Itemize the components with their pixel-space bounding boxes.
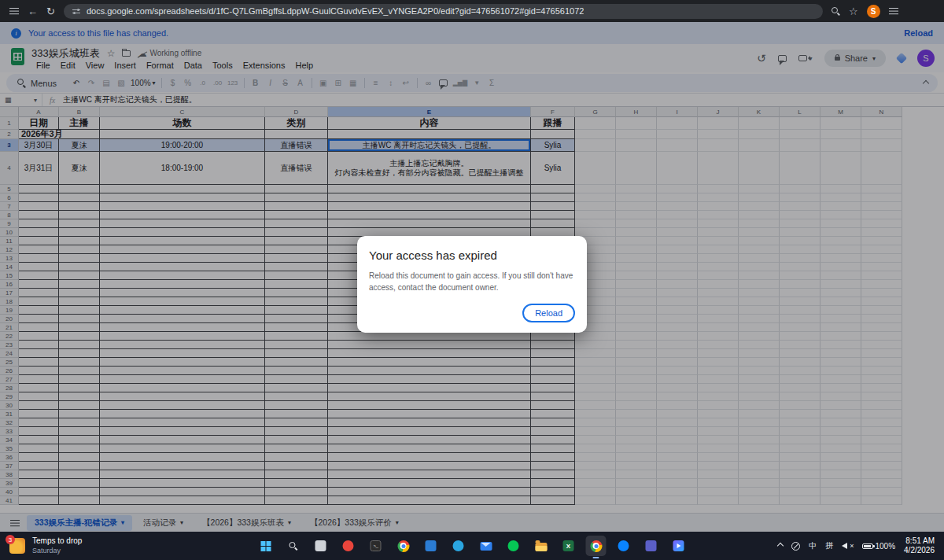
- browser-back-icon[interactable]: ←: [28, 6, 38, 17]
- taskbar-app-file-explorer[interactable]: [531, 536, 551, 556]
- taskbar-app-chrome-active[interactable]: [586, 536, 607, 556]
- app-indigo-icon: [646, 540, 657, 551]
- taskbar-app-app-teal[interactable]: [448, 536, 469, 556]
- taskbar-app-excel[interactable]: X: [559, 536, 579, 556]
- site-settings-icon[interactable]: [72, 8, 80, 15]
- task-view-icon: [315, 540, 326, 551]
- ime-mode-button[interactable]: 拼: [825, 540, 833, 551]
- file-explorer-icon: [535, 543, 547, 551]
- access-expired-dialog: Your access has expired Reload this docu…: [357, 236, 587, 333]
- taskbar-app-app-red[interactable]: [338, 536, 359, 556]
- notification-badge: 3: [6, 535, 15, 544]
- volume-muted-icon[interactable]: ×: [842, 542, 854, 550]
- battery-indicator[interactable]: 100%: [862, 542, 895, 551]
- taskbar-app-media-player[interactable]: [669, 536, 689, 556]
- browser-overflow-icon[interactable]: [889, 7, 898, 15]
- app-blue-icon: [426, 540, 437, 551]
- media-player-icon: [673, 540, 684, 551]
- weather-widget[interactable]: 3 Temps to drop Saturday: [9, 536, 190, 555]
- taskbar-app-task-view[interactable]: [311, 536, 331, 556]
- app-green-icon: [508, 540, 519, 551]
- chrome-active-icon: [590, 540, 602, 552]
- dialog-body: Reload this document to gain access. If …: [369, 270, 575, 293]
- url-text: docs.google.com/spreadsheets/d/1fC-Q7LGm…: [87, 6, 584, 16]
- browser-menu-icon[interactable]: [9, 7, 19, 15]
- taskbar-app-app-blue[interactable]: [421, 536, 441, 556]
- taskbar-app-chrome[interactable]: [393, 536, 414, 556]
- browser-reload-icon[interactable]: ↻: [46, 6, 55, 17]
- clock-date: 4/2/2026: [904, 546, 935, 555]
- clock[interactable]: 8:51 AM 4/2/2026: [904, 536, 935, 555]
- taskbar-app-search[interactable]: [283, 536, 304, 556]
- address-bar[interactable]: docs.google.com/spreadsheets/d/1fC-Q7LGm…: [64, 4, 823, 19]
- ime-language-button[interactable]: 中: [809, 540, 817, 551]
- system-tray: 中 拼 × 100% 8:51 AM 4/2/2026: [778, 536, 935, 555]
- taskbar-app-terminal[interactable]: >_: [366, 536, 386, 556]
- mail-icon: [480, 542, 492, 551]
- weather-headline: Temps to drop: [32, 536, 82, 546]
- app-teal-icon: [453, 540, 464, 551]
- app-lightblue-icon: [618, 540, 629, 551]
- browser-chrome: ← ↻ docs.google.com/spreadsheets/d/1fC-Q…: [0, 0, 944, 22]
- taskbar: 3 Temps to drop Saturday >_X 中 拼 × 100% …: [0, 532, 944, 560]
- excel-icon: X: [563, 540, 574, 551]
- taskbar-app-mail[interactable]: [476, 536, 496, 556]
- browser-profile-avatar[interactable]: S: [867, 5, 880, 18]
- do-not-disturb-icon[interactable]: [791, 542, 800, 551]
- battery-label: 100%: [875, 542, 895, 551]
- page: i Your access to this file has changed. …: [0, 22, 944, 532]
- dialog-reload-button[interactable]: Reload: [522, 304, 575, 322]
- weather-subtext: Saturday: [32, 546, 82, 555]
- clock-time: 8:51 AM: [905, 536, 935, 546]
- dialog-title: Your access has expired: [369, 249, 575, 262]
- screen: ← ↻ docs.google.com/spreadsheets/d/1fC-Q…: [0, 0, 944, 560]
- weather-icon: 3: [9, 538, 25, 554]
- search-icon: [289, 542, 297, 551]
- taskbar-app-app-green[interactable]: [503, 536, 524, 556]
- bookmark-star-icon[interactable]: ☆: [849, 6, 858, 17]
- start-icon: [260, 541, 271, 551]
- terminal-icon: >_: [371, 540, 382, 551]
- taskbar-apps: >_X: [256, 532, 689, 560]
- taskbar-app-start[interactable]: [256, 536, 276, 556]
- zoom-icon[interactable]: [832, 7, 840, 16]
- taskbar-app-app-lightblue[interactable]: [614, 536, 634, 556]
- hidden-icons-chevron[interactable]: [778, 543, 783, 548]
- taskbar-app-app-indigo[interactable]: [641, 536, 662, 556]
- app-red-icon: [343, 540, 354, 551]
- chrome-icon: [397, 540, 409, 552]
